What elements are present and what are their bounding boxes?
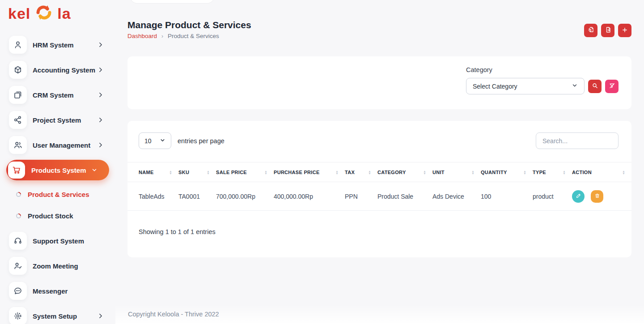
add-product-button[interactable] — [618, 24, 631, 37]
submenu-item-product-stock[interactable]: Product Stock — [0, 205, 115, 226]
user-check-icon — [9, 257, 27, 275]
sort-icon[interactable]: ▲▼ — [471, 170, 475, 175]
sidebar-item-label: HRM System — [33, 41, 97, 49]
sidebar-item-label: Accounting System — [33, 66, 97, 74]
page-title: Manage Product & Services — [127, 20, 251, 30]
sort-icon[interactable]: ▲▼ — [368, 170, 371, 175]
cell-type: product — [533, 182, 572, 211]
cell-name: TableAds — [127, 182, 178, 211]
column-header: PURCHASE PRICE — [274, 170, 320, 175]
file-import-icon — [588, 26, 594, 34]
breadcrumb: Dashboard › Product & Services — [127, 33, 219, 39]
breadcrumb-current: Product & Services — [168, 33, 219, 39]
edit-row-button[interactable] — [572, 190, 585, 203]
person-icon — [9, 36, 27, 54]
cell-tax: PPN — [345, 182, 377, 211]
sidebar-item-messenger[interactable]: Messenger — [0, 278, 115, 303]
chevron-down-icon — [91, 167, 97, 173]
chevron-right-icon — [97, 117, 104, 123]
table-row: TableAds TA0001 700,000.00Rp 400,000.00R… — [127, 182, 631, 211]
delete-row-button[interactable] — [591, 190, 603, 203]
table-search-input[interactable] — [536, 132, 619, 149]
import-file-button[interactable] — [584, 24, 597, 37]
clear-filter-button[interactable] — [605, 80, 619, 93]
sort-icon[interactable]: ▲▼ — [335, 170, 339, 175]
sidebar-item-label: Project System — [33, 116, 97, 124]
sort-icon[interactable]: ▲▼ — [264, 170, 267, 175]
column-header: TYPE — [533, 170, 546, 175]
sort-icon[interactable]: ▲▼ — [622, 170, 625, 175]
header-actions — [584, 24, 631, 37]
column-header: SALE PRICE — [216, 170, 247, 175]
cell-category: Product Sale — [377, 182, 432, 211]
filter-search-button[interactable] — [588, 80, 602, 93]
chevron-right-icon — [97, 313, 104, 319]
table-header-row: NAME▲▼ SKU▲▼ SALE PRICE▲▼ PURCHASE PRICE… — [127, 162, 631, 182]
cell-unit: Ads Device — [432, 182, 481, 211]
sidebar-item-label: User Management — [33, 141, 97, 149]
column-header: QUANTITY — [481, 170, 507, 175]
filter-slash-icon — [609, 82, 615, 90]
chevron-right-icon — [97, 92, 104, 98]
breadcrumb-dashboard-link[interactable]: Dashboard — [127, 33, 157, 39]
logo-loop-icon — [30, 4, 57, 23]
sidebar-item-label: Products System — [31, 166, 91, 174]
sort-icon[interactable]: ▲▼ — [207, 170, 210, 175]
sidebar-item-accounting-system[interactable]: Accounting System — [0, 57, 115, 82]
sort-icon[interactable]: ▲▼ — [423, 170, 426, 175]
column-header: UNIT — [432, 170, 445, 175]
users-icon — [9, 136, 27, 154]
table-card: 10 entries per page NAME▲▼ SKU▲▼ SALE PR… — [127, 121, 631, 257]
frames-icon — [9, 86, 27, 104]
sort-icon[interactable]: ▲▼ — [523, 170, 526, 175]
sidebar-item-zoom-meeting[interactable]: Zoom Meeting — [0, 253, 115, 278]
chevron-right-icon — [97, 42, 104, 48]
entries-per-page-label: entries per page — [178, 137, 225, 145]
sort-icon[interactable]: ▲▼ — [169, 170, 172, 175]
chevron-right-icon — [97, 142, 104, 148]
ring-icon — [16, 213, 21, 218]
category-select[interactable]: Select Category — [466, 78, 585, 94]
column-header: TAX — [345, 170, 355, 175]
products-table: NAME▲▼ SKU▲▼ SALE PRICE▲▼ PURCHASE PRICE… — [127, 162, 631, 211]
sidebar-item-products-system[interactable]: Products System — [6, 160, 109, 180]
sidebar-item-project-system[interactable]: Project System — [0, 107, 115, 132]
category-select-value: Select Category — [473, 83, 517, 90]
cell-sku: TA0001 — [178, 182, 216, 211]
export-file-button[interactable] — [601, 24, 614, 37]
products-submenu: Product & Services Product Stock — [0, 183, 115, 228]
sidebar-nav: HRM System Accounting System CRM S — [0, 32, 115, 324]
page-size-select[interactable]: 10 — [139, 132, 171, 149]
chat-icon — [9, 282, 27, 300]
search-icon — [592, 82, 598, 90]
column-header: ACTION — [572, 170, 592, 175]
chevron-down-icon — [572, 82, 578, 90]
logo-text-left: kel — [8, 6, 30, 21]
sidebar-item-system-setup[interactable]: System Setup — [0, 303, 115, 324]
trash-icon — [594, 193, 600, 200]
cell-sale-price: 700,000.00Rp — [216, 182, 274, 211]
cube-icon — [9, 61, 27, 79]
sidebar-item-label: Messenger — [33, 287, 115, 295]
plus-icon — [622, 27, 628, 34]
page-size-value: 10 — [144, 137, 152, 145]
share-icon — [9, 111, 27, 129]
footer: Copyright Keloola - Thrive 2022 — [115, 304, 644, 324]
breadcrumb-separator: › — [161, 33, 163, 39]
cell-actions — [572, 182, 631, 211]
keloola-logo[interactable]: kel la — [8, 4, 71, 23]
sidebar-item-support-system[interactable]: Support System — [0, 228, 115, 253]
sidebar-item-label: CRM System — [33, 91, 97, 99]
sort-icon[interactable]: ▲▼ — [563, 170, 566, 175]
sidebar-item-hrm-system[interactable]: HRM System — [0, 32, 115, 57]
sidebar-item-user-management[interactable]: User Management — [0, 132, 115, 158]
submenu-item-product-services[interactable]: Product & Services — [0, 183, 115, 205]
topbar-search-cutoff[interactable] — [130, 0, 215, 4]
column-header: NAME — [139, 170, 154, 175]
filter-card: Category Select Category — [127, 56, 631, 109]
headset-icon — [9, 232, 27, 250]
main-content: Manage Product & Services Dashboard › Pr… — [115, 0, 644, 324]
sidebar-item-crm-system[interactable]: CRM System — [0, 82, 115, 107]
category-label: Category — [466, 66, 619, 73]
chevron-right-icon — [97, 67, 104, 73]
